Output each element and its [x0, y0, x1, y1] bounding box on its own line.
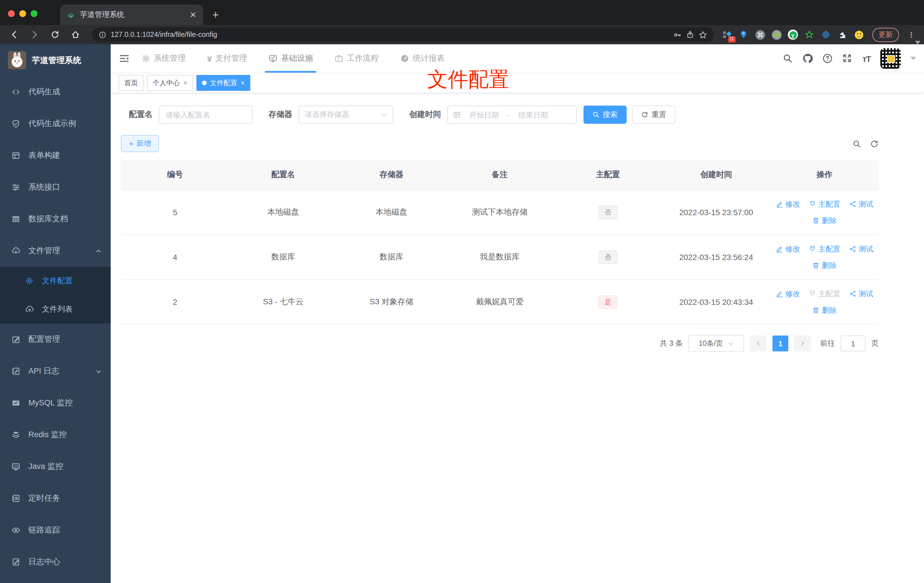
topnav-system-management[interactable]: 系统管理 [141, 44, 186, 73]
user-caret-icon[interactable] [911, 57, 916, 60]
window-controls [8, 10, 38, 17]
topnav-reports[interactable]: 统计报表 [401, 44, 445, 73]
sidebar-item-api-log[interactable]: API 日志 [0, 355, 111, 387]
ext-green-dot-icon[interactable] [771, 30, 782, 40]
delete-link[interactable]: 删除 [812, 260, 837, 271]
current-page-button[interactable]: 1 [772, 335, 788, 352]
edit-link[interactable]: 修改 [776, 199, 800, 209]
font-size-icon[interactable]: тT [863, 54, 871, 63]
tag-close-icon[interactable]: × [183, 79, 187, 87]
sidebar-item-redis-monitor[interactable]: Redis 监控 [0, 419, 111, 451]
code-icon [12, 88, 20, 96]
help-icon[interactable] [823, 53, 833, 64]
edit-link[interactable]: 修改 [776, 289, 800, 299]
topnav-workflow[interactable]: 工作流程 [335, 44, 379, 73]
sidebar-item-system-api[interactable]: 系统接口 [0, 172, 111, 203]
search-icon[interactable] [783, 53, 793, 64]
ext-eye-icon[interactable] [821, 30, 831, 40]
reload-icon[interactable] [46, 27, 64, 42]
ext-pin-icon[interactable] [738, 30, 749, 40]
topnav-label: 工作流程 [347, 53, 379, 64]
tag-home[interactable]: 首页 [119, 75, 144, 91]
tab-close-icon[interactable]: ✕ [190, 11, 196, 19]
window-minimize-button[interactable] [19, 10, 26, 17]
pagination: 共 3 条 10条/页 1 前往 页 [121, 335, 879, 352]
browser-menu-icon[interactable]: ⋮ [908, 30, 915, 39]
master-link[interactable]: 主配置 [808, 244, 840, 254]
config-name-input[interactable] [159, 106, 252, 124]
address-bar[interactable]: 127.0.0.1:1024/infra/file/file-config [92, 27, 714, 42]
share-icon[interactable] [686, 31, 694, 39]
sidebar-item-java-monitor[interactable]: Java 监控 [0, 451, 111, 482]
sidebar-item-file-management[interactable]: 文件管理 [0, 235, 111, 267]
forward-icon[interactable] [26, 27, 43, 42]
ext-command-icon[interactable] [755, 30, 765, 40]
storage-select[interactable]: 请选择存储器 [299, 106, 393, 124]
ext-puzzle-icon[interactable] [837, 30, 847, 40]
tag-profile[interactable]: 个人中心 × [147, 75, 193, 91]
browser-update-button[interactable]: 更新 [872, 28, 899, 42]
window-close-button[interactable] [8, 10, 15, 17]
goto-page-input[interactable] [841, 335, 866, 352]
sidebar-item-file-config[interactable]: 文件配置 [0, 267, 111, 295]
toolbar-caret-icon[interactable] [915, 41, 921, 44]
user-avatar[interactable] [880, 48, 901, 69]
table-search-icon[interactable] [853, 139, 861, 148]
delete-link[interactable]: 删除 [812, 215, 837, 226]
ext-emoji-icon[interactable] [854, 30, 864, 40]
reset-button[interactable]: 重置 [632, 106, 675, 124]
table-refresh-icon[interactable] [870, 139, 879, 148]
delete-link[interactable]: 删除 [812, 305, 837, 315]
next-page-button[interactable] [794, 335, 811, 352]
new-tab-button[interactable]: + [212, 9, 219, 20]
test-link[interactable]: 测试 [849, 289, 873, 299]
sidebar-item-file-list[interactable]: 文件列表 [0, 295, 111, 324]
password-key-icon[interactable] [673, 30, 681, 39]
sidebar-item-db-doc[interactable]: 数据库文档 [0, 203, 111, 235]
prev-page-button[interactable] [750, 335, 767, 352]
sidebar-item-code-generation[interactable]: 代码生成 [0, 76, 111, 108]
github-icon[interactable] [803, 53, 813, 64]
sidebar-item-mysql-monitor[interactable]: MySQL 监控 [0, 387, 111, 419]
topnav-payment-management[interactable]: ¥ 支付管理 [207, 44, 247, 73]
window-zoom-button[interactable] [31, 10, 38, 17]
cell-remark: 我是数据库 [446, 235, 554, 279]
sidebar-item-log-center[interactable]: 日志中心 [0, 546, 111, 578]
tag-file-config[interactable]: 文件配置 × [196, 75, 250, 91]
topnav-infrastructure[interactable]: 基础设施 [269, 44, 313, 73]
bookmark-star-icon[interactable] [699, 30, 707, 39]
sidebar-collapse-icon[interactable] [119, 53, 130, 64]
add-button[interactable]: + 新增 [121, 135, 159, 152]
fullscreen-icon[interactable] [843, 53, 853, 64]
test-label: 测试 [858, 244, 873, 254]
tag-close-icon[interactable]: × [241, 79, 244, 87]
sidebar-item-label: MySQL 监控 [28, 398, 73, 408]
home-icon[interactable] [67, 27, 84, 42]
sidebar-logo-row[interactable]: 芋道管理系统 [0, 44, 111, 76]
ext-y-icon[interactable]: y [788, 30, 798, 40]
back-icon[interactable] [6, 27, 23, 42]
search-button[interactable]: 搜索 [584, 106, 627, 124]
date-range-picker[interactable]: - [447, 106, 577, 124]
master-link[interactable]: 主配置 [808, 199, 840, 209]
edit-link[interactable]: 修改 [776, 244, 800, 254]
monitor-check-icon [269, 54, 278, 63]
page-size-select[interactable]: 10条/页 [688, 335, 744, 352]
sidebar-item-tracing[interactable]: 链路追踪 [0, 514, 111, 546]
site-info-icon[interactable] [99, 31, 106, 38]
end-date-input[interactable] [512, 110, 554, 119]
sidebar-item-code-gen-example[interactable]: 代码生成示例 [0, 108, 111, 140]
config-name-label: 配置名 [129, 109, 153, 120]
start-date-input[interactable] [463, 110, 505, 119]
ext-diamond-icon[interactable]: 11 [722, 30, 732, 40]
ext-star-icon[interactable] [804, 30, 815, 40]
browser-tab[interactable]: 芋道管理系统 ✕ [60, 5, 203, 25]
screen: 芋道管理系统 ✕ + 127.0.0.1:1024/infra/file/fil… [0, 0, 924, 583]
top-menu: 系统管理 ¥ 支付管理 基础设施 工作流程 [141, 44, 445, 73]
sidebar-item-form-builder[interactable]: 表单构建 [0, 140, 111, 172]
reset-button-label: 重置 [652, 109, 666, 120]
sidebar-item-config-management[interactable]: 配置管理 [0, 324, 111, 355]
test-link[interactable]: 测试 [849, 199, 873, 209]
sidebar-item-scheduled-tasks[interactable]: 定时任务 [0, 482, 111, 514]
test-link[interactable]: 测试 [849, 244, 873, 254]
